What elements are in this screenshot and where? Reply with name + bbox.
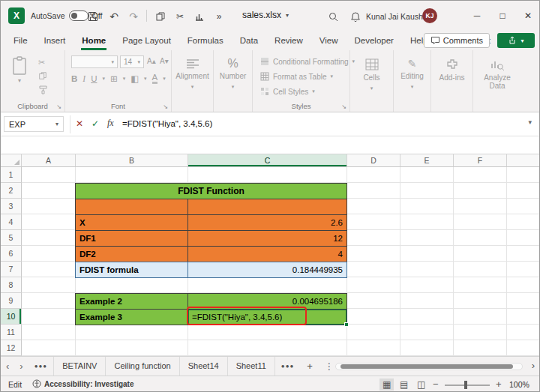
minimize-button[interactable]: ─ <box>464 1 490 31</box>
row-header-5[interactable]: 5 <box>1 230 22 246</box>
cell-c3[interactable] <box>188 199 347 215</box>
fill-color-button[interactable]: ◧ <box>130 73 139 84</box>
tab-data[interactable]: Data <box>232 31 266 50</box>
cells-button[interactable]: Cells ▾ <box>350 50 393 112</box>
qat-copy-button[interactable] <box>152 9 169 24</box>
number-button[interactable]: % Number ▾ <box>214 50 252 112</box>
tab-formulas[interactable]: Formulas <box>179 31 232 50</box>
cell-b6[interactable]: DF2 <box>75 246 188 262</box>
cell-c4[interactable]: 2.6 <box>188 214 347 231</box>
sheet-nav-right-icon[interactable]: › <box>14 361 28 372</box>
cell-b4[interactable]: X <box>75 214 188 231</box>
sheet-tab-ceiling-function[interactable]: Ceiling function <box>106 357 179 376</box>
styles-dialog-launcher[interactable]: ↘ <box>341 103 346 110</box>
tab-view[interactable]: View <box>311 31 346 50</box>
maximize-button[interactable]: □ <box>490 1 515 31</box>
row-header-6[interactable]: 6 <box>1 246 22 262</box>
row-header-1[interactable]: 1 <box>1 167 22 183</box>
accessibility-status[interactable]: Accessibility: Investigate <box>32 379 134 388</box>
row-header-10[interactable]: 10 <box>1 309 22 325</box>
redo-button[interactable]: ↷ <box>125 9 142 24</box>
cancel-entry-button[interactable]: ✕ <box>76 118 83 129</box>
cell-b10[interactable]: Example 3 <box>75 309 188 325</box>
name-box[interactable]: EXP ▾ <box>4 116 64 132</box>
row-header-4[interactable]: 4 <box>1 214 22 230</box>
formula-input[interactable]: =FDIST("Hiya", 3.4,5.6) <box>122 119 212 128</box>
paste-button[interactable]: ▾ <box>5 56 34 84</box>
qat-overflow-button[interactable]: » <box>211 9 227 24</box>
page-layout-view-button[interactable]: ▤ <box>397 379 411 391</box>
document-title[interactable]: sales.xlsx ▾ <box>242 10 289 20</box>
user-name[interactable]: Kunal Jai Kaushik <box>366 12 428 21</box>
row-header-7[interactable]: 7 <box>1 262 22 277</box>
cut-button[interactable]: ✂ <box>38 56 45 68</box>
sheet-tab-sheet14[interactable]: Sheet14 <box>180 357 228 376</box>
bold-button[interactable]: B <box>71 74 77 83</box>
analyze-data-button[interactable]: Analyze Data <box>473 50 521 112</box>
formula-bar-expand-icon[interactable]: ▾ <box>528 118 532 126</box>
sheet-tab-sheet11[interactable]: Sheet11 <box>228 357 275 376</box>
add-sheet-button[interactable]: + <box>300 361 320 372</box>
cells-area[interactable]: FDIST Function X 2.6 DF1 12 DF2 4 FDIST … <box>22 167 540 356</box>
font-size-combo[interactable]: 14 ▾ <box>120 55 144 68</box>
row-header-9[interactable]: 9 <box>1 293 22 309</box>
cell-b7[interactable]: FDIST formula <box>75 262 188 278</box>
column-header-e[interactable]: E <box>400 154 454 166</box>
qat-cut-button[interactable]: ✂ <box>172 9 188 24</box>
addins-button[interactable]: Add-ins <box>431 50 472 112</box>
sheet-nav-left-icon[interactable]: ‹ <box>1 361 14 372</box>
underline-button[interactable]: U <box>91 74 97 83</box>
share-button[interactable]: ▾ <box>497 33 535 48</box>
zoom-in-button[interactable]: + <box>496 379 502 390</box>
confirm-entry-button[interactable]: ✓ <box>92 118 99 129</box>
font-color-button[interactable]: A <box>152 73 158 84</box>
column-header-c[interactable]: C <box>188 154 347 166</box>
tab-insert[interactable]: Insert <box>36 31 74 50</box>
cell-b9[interactable]: Example 2 <box>75 293 188 310</box>
editing-button[interactable]: ✎ Editing ▾ <box>394 50 430 112</box>
sheet-overflow-left[interactable]: ●●● <box>28 363 54 370</box>
cell-c5[interactable]: 12 <box>188 230 347 247</box>
conditional-formatting-button[interactable]: Conditional Formatting ▾ <box>260 57 355 66</box>
shrink-font-button[interactable]: A▾ <box>160 57 169 65</box>
zoom-level[interactable]: 100% <box>509 380 530 389</box>
format-as-table-button[interactable]: Format as Table ▾ <box>260 72 333 81</box>
qat-chart-button[interactable] <box>191 9 208 24</box>
row-header-2[interactable]: 2 <box>1 183 22 199</box>
sheet-overflow-right[interactable]: ●●● <box>275 363 301 370</box>
page-break-view-button[interactable]: ◫ <box>414 379 428 391</box>
close-button[interactable]: ✕ <box>515 1 540 31</box>
normal-view-button[interactable]: ▦ <box>380 379 394 391</box>
alerts-button[interactable] <box>347 9 364 24</box>
tab-page-layout[interactable]: Page Layout <box>114 31 179 50</box>
zoom-slider-thumb[interactable] <box>464 381 467 389</box>
sheet-tab-betainv[interactable]: BETAINV <box>53 357 106 376</box>
underline-dropdown-icon[interactable]: ▾ <box>102 76 105 82</box>
font-name-combo[interactable]: ▾ <box>71 55 118 68</box>
select-all-corner[interactable] <box>1 154 22 166</box>
font-color-dropdown-icon[interactable]: ▾ <box>163 76 166 82</box>
row-header-12[interactable]: 12 <box>1 340 22 356</box>
grow-font-button[interactable]: A▴ <box>147 57 156 65</box>
excel-logo-icon[interactable]: X <box>8 7 25 24</box>
cell-styles-button[interactable]: Cell Styles ▾ <box>260 87 315 96</box>
insert-function-button[interactable]: fx <box>107 118 114 129</box>
italic-button[interactable]: I <box>82 74 86 83</box>
column-header-d[interactable]: D <box>347 154 400 166</box>
scroll-right-icon[interactable]: › <box>532 360 535 371</box>
zoom-slider[interactable] <box>445 385 490 386</box>
alignment-button[interactable]: Alignment ▾ <box>172 50 213 112</box>
comments-button[interactable]: Comments <box>424 33 490 48</box>
user-avatar[interactable]: KJ <box>422 8 437 23</box>
tab-home[interactable]: Home <box>74 31 114 50</box>
zoom-out-button[interactable]: − <box>433 379 439 390</box>
column-header-a[interactable]: A <box>22 154 76 166</box>
horizontal-scrollbar[interactable] <box>335 363 523 370</box>
row-header-11[interactable]: 11 <box>1 325 22 340</box>
cell-b2-title[interactable]: FDIST Function <box>75 183 347 199</box>
cell-c6[interactable]: 4 <box>188 246 347 262</box>
column-header-f[interactable]: F <box>454 154 507 166</box>
tab-file[interactable]: File <box>5 31 36 50</box>
search-button[interactable] <box>325 9 341 24</box>
tab-developer[interactable]: Developer <box>346 31 402 50</box>
